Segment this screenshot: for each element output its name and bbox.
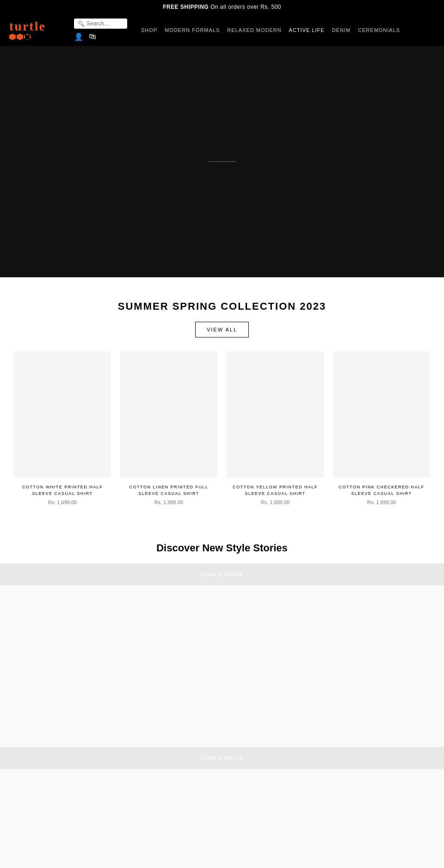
collection-title: SUMMER SPRING COLLECTION 2023 xyxy=(9,300,435,312)
main-nav: SHOP MODERN FORMALS RELAXED MODERN ACTIV… xyxy=(136,27,435,33)
product-price-1: Rs. 1,699.00 xyxy=(14,500,111,505)
nav-item-modern-formals[interactable]: MODERN FORMALS xyxy=(165,27,220,33)
formal-shirts-section: Formal Shirts xyxy=(0,747,444,868)
product-card-4[interactable]: COTTON PINK CHECKERED HALF SLEEVE CASUAL… xyxy=(333,351,430,505)
announcement-bar: FREE SHIPPING On all orders over Rs. 500 xyxy=(0,0,444,14)
search-bar[interactable]: 🔍 xyxy=(74,19,127,29)
product-name-3: COTTON YELLOW PRINTED HALF SLEEVE CASUAL… xyxy=(227,484,324,497)
product-name-2: COTTON LINEN PRINTED FULL SLEEVE CASUAL … xyxy=(120,484,217,497)
logo-hexagons xyxy=(9,34,31,40)
cart-icon[interactable]: 🛍 xyxy=(89,32,96,41)
style-stories-section: Discover New Style Stories Casual Shirts… xyxy=(0,519,444,868)
nav-item-active-life[interactable]: ACTIVE LIFE xyxy=(289,27,325,33)
logo-text[interactable]: turtle xyxy=(9,20,46,33)
nav-item-shop[interactable]: SHOP xyxy=(141,27,157,33)
site-header: turtle 🔍 👤 🛍 SHOP MODERN FORMALS RELAXED… xyxy=(0,14,444,46)
hex-3 xyxy=(24,34,31,40)
nav-item-relaxed-modern[interactable]: RELAXED MODERN xyxy=(227,27,281,33)
hero-section xyxy=(0,46,444,277)
announcement-suffix: On all orders over Rs. 500 xyxy=(210,4,281,10)
product-price-2: Rs. 1,999.00 xyxy=(120,500,217,505)
product-price-3: Rs. 1,699.00 xyxy=(227,500,324,505)
product-image-4 xyxy=(333,351,430,478)
account-icon[interactable]: 👤 xyxy=(74,32,83,41)
collection-section: SUMMER SPRING COLLECTION 2023 VIEW ALL C… xyxy=(0,277,444,519)
hex-1 xyxy=(9,34,16,40)
style-stories-title: Discover New Style Stories xyxy=(0,542,444,554)
products-grid: COTTON WHITE PRINTED HALF SLEEVE CASUAL … xyxy=(9,351,435,505)
product-price-4: Rs. 1,699.00 xyxy=(333,500,430,505)
product-name-1: COTTON WHITE PRINTED HALF SLEEVE CASUAL … xyxy=(14,484,111,497)
hex-2 xyxy=(17,34,23,40)
formal-shirts-banner[interactable]: Formal Shirts xyxy=(0,747,444,769)
casual-shirts-section: Casual Shirts xyxy=(0,563,444,747)
product-card-3[interactable]: COTTON YELLOW PRINTED HALF SLEEVE CASUAL… xyxy=(227,351,324,505)
product-card-2[interactable]: COTTON LINEN PRINTED FULL SLEEVE CASUAL … xyxy=(120,351,217,505)
formal-shirts-image xyxy=(0,769,444,868)
casual-shirts-image xyxy=(0,585,444,747)
hero-divider xyxy=(208,161,236,162)
view-all-button[interactable]: VIEW ALL xyxy=(195,322,249,337)
nav-item-ceremonials[interactable]: CEREMONIALS xyxy=(358,27,400,33)
logo-area: turtle xyxy=(9,20,65,40)
product-image-1 xyxy=(14,351,111,478)
product-name-4: COTTON PINK CHECKERED HALF SLEEVE CASUAL… xyxy=(333,484,430,497)
product-card-1[interactable]: COTTON WHITE PRINTED HALF SLEEVE CASUAL … xyxy=(14,351,111,505)
nav-item-denim[interactable]: DENIM xyxy=(332,27,351,33)
announcement-prefix: FREE SHIPPING xyxy=(163,4,209,10)
search-input[interactable] xyxy=(86,20,123,27)
product-image-2 xyxy=(120,351,217,478)
product-image-3 xyxy=(227,351,324,478)
casual-shirts-banner[interactable]: Casual Shirts xyxy=(0,563,444,585)
search-icon: 🔍 xyxy=(78,20,85,27)
